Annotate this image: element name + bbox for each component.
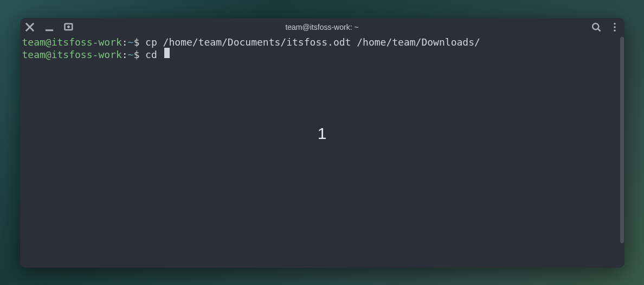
new-tab-button[interactable]	[63, 22, 74, 33]
prompt-colon: :	[122, 49, 128, 61]
titlebar-right-controls	[591, 22, 620, 33]
overlay-number: 1	[318, 124, 327, 143]
new-tab-icon	[63, 22, 74, 33]
prompt-user-host: team@itsfoss-work	[22, 37, 122, 48]
cursor	[164, 48, 170, 58]
prompt-path: ~	[128, 49, 134, 61]
svg-point-10	[614, 30, 616, 32]
terminal-window: team@itsfoss-work: ~ team@itsfoss-work:~…	[20, 18, 624, 268]
scrollbar[interactable]	[620, 37, 624, 243]
minimize-button[interactable]	[44, 22, 55, 33]
kebab-menu-icon	[609, 22, 620, 33]
menu-button[interactable]	[609, 22, 620, 33]
terminal-line: team@itsfoss-work:~$ cp /home/team/Docum…	[22, 37, 622, 48]
prompt-dollar: $	[133, 49, 145, 61]
svg-point-6	[593, 23, 598, 29]
prompt-user-host: team@itsfoss-work	[22, 49, 122, 61]
close-button[interactable]	[24, 22, 35, 33]
prompt-colon: :	[122, 37, 128, 48]
command-text: cd	[145, 49, 163, 61]
svg-point-8	[614, 23, 616, 25]
svg-point-9	[614, 26, 616, 28]
svg-line-7	[598, 29, 600, 31]
titlebar: team@itsfoss-work: ~	[20, 18, 624, 37]
terminal-body[interactable]: team@itsfoss-work:~$ cp /home/team/Docum…	[20, 37, 624, 268]
titlebar-left-controls	[24, 22, 74, 33]
minimize-icon	[44, 22, 55, 33]
command-text: cp /home/team/Documents/itsfoss.odt /hom…	[145, 37, 480, 48]
close-icon	[24, 22, 35, 33]
prompt-path: ~	[128, 37, 134, 48]
window-title: team@itsfoss-work: ~	[285, 23, 358, 31]
search-button[interactable]	[591, 22, 602, 33]
terminal-line: team@itsfoss-work:~$ cd	[22, 48, 622, 61]
prompt-dollar: $	[133, 37, 145, 48]
search-icon	[591, 22, 602, 33]
